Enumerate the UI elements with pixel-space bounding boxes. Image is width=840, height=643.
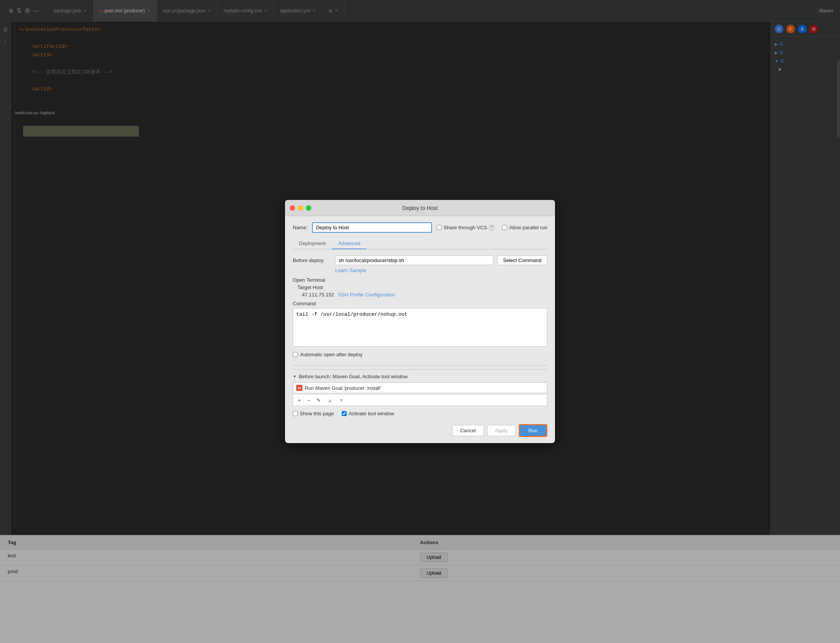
show-page-checkbox[interactable] — [293, 411, 298, 416]
move-down-icon[interactable]: ▼ — [337, 396, 346, 404]
cancel-button[interactable]: Cancel — [452, 425, 484, 436]
share-vcs-item: Share through VCS ? — [437, 225, 494, 230]
ssh-link[interactable]: SSH Profile Configuration — [338, 292, 395, 298]
modal-overlay: Deploy to Host Name: Share through VCS ?… — [0, 0, 840, 643]
command-label: Command — [293, 301, 547, 306]
auto-open-row: Automatic open after deploy — [293, 352, 547, 357]
modal-dialog: Deploy to Host Name: Share through VCS ?… — [285, 200, 555, 443]
modal-titlebar: Deploy to Host — [285, 200, 555, 216]
modal-body: Name: Share through VCS ? Allow parallel… — [285, 216, 555, 443]
learn-sample-link[interactable]: Learn Sample — [335, 267, 547, 273]
host-row: 47.111.75.152 SSH Profile Configuration — [302, 292, 547, 298]
window-buttons — [290, 205, 311, 211]
before-deploy-label: Before deploy — [293, 257, 331, 263]
footer-checks: Show this page Activate tool window — [293, 411, 547, 416]
name-label: Name: — [293, 225, 307, 230]
tabs-row: Deployment Advanced — [293, 238, 547, 249]
before-launch-header: ▼ Before launch: Maven Goal, Activate to… — [293, 374, 547, 379]
maven-icon: m — [296, 385, 302, 391]
allow-parallel-label: Allow parallel run — [509, 225, 547, 230]
modal-title: Deploy to Host — [402, 205, 438, 211]
move-up-icon[interactable]: ▲ — [326, 396, 334, 404]
buttons-row: Cancel Apply Run — [293, 423, 547, 437]
triangle-icon: ▼ — [293, 374, 297, 379]
target-host-label: Target Host — [297, 284, 547, 290]
checkbox-group: Share through VCS ? Allow parallel run — [437, 225, 547, 230]
divider-1 — [293, 365, 547, 365]
allow-parallel-item: Allow parallel run — [502, 225, 547, 230]
before-launch-section: ▼ Before launch: Maven Goal, Activate to… — [293, 369, 547, 406]
minimize-window-btn[interactable] — [298, 205, 303, 211]
help-icon[interactable]: ? — [489, 225, 494, 230]
command-textarea[interactable]: tail -f /usr/local/producer/nohup.out — [293, 308, 547, 347]
run-button[interactable]: Run — [519, 424, 547, 437]
open-terminal-label: Open Terminal — [293, 277, 547, 283]
before-deploy-input[interactable] — [335, 256, 493, 265]
maven-item: m Run Maven Goal 'producer: install' — [293, 382, 547, 393]
name-row: Name: Share through VCS ? Allow parallel… — [293, 222, 547, 233]
share-vcs-label: Share through VCS — [444, 225, 487, 230]
tab-deployment[interactable]: Deployment — [293, 238, 332, 249]
select-command-btn[interactable]: Select Command — [497, 256, 547, 265]
close-window-btn[interactable] — [290, 205, 295, 211]
action-icons-row: + − ✎ ▲ ▼ — [293, 395, 547, 406]
auto-open-label: Automatic open after deploy — [300, 352, 363, 357]
show-page-item: Show this page — [293, 411, 334, 416]
before-launch-title: Before launch: Maven Goal, Activate tool… — [299, 374, 408, 379]
before-deploy-row: Before deploy Select Command — [293, 256, 547, 265]
show-page-label: Show this page — [300, 411, 334, 416]
maximize-window-btn[interactable] — [306, 205, 311, 211]
apply-button[interactable]: Apply — [487, 425, 516, 436]
activate-window-item: Activate tool window — [342, 411, 394, 416]
activate-window-label: Activate tool window — [349, 411, 394, 416]
share-vcs-checkbox[interactable] — [437, 225, 442, 230]
activate-window-checkbox[interactable] — [342, 411, 347, 416]
name-input[interactable] — [312, 222, 432, 233]
maven-text: Run Maven Goal 'producer: install' — [305, 385, 381, 391]
host-ip: 47.111.75.152 — [302, 292, 334, 298]
auto-open-checkbox[interactable] — [293, 352, 298, 357]
edit-action-icon[interactable]: ✎ — [315, 396, 322, 404]
remove-action-icon[interactable]: − — [305, 396, 312, 404]
add-action-icon[interactable]: + — [296, 396, 302, 404]
tab-advanced[interactable]: Advanced — [332, 238, 366, 249]
allow-parallel-checkbox[interactable] — [502, 225, 507, 230]
